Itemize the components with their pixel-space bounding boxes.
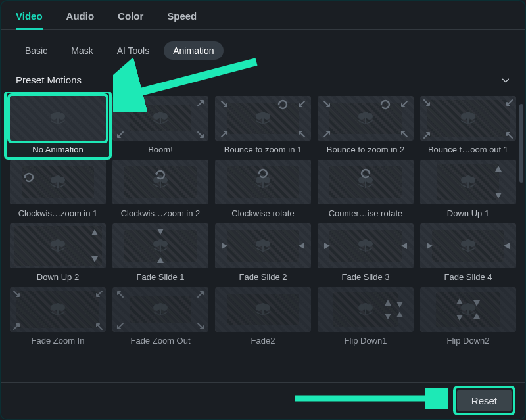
preset-label: Counter…ise rotate [329,208,403,218]
preset-thumbnail [10,96,106,141]
preset-fade-slide-1[interactable]: Fade Slide 1 [112,223,209,282]
preset-thumbnail [215,223,311,268]
preset-bounce-to-zoom-in-2[interactable]: Bounce to zoom in 2 [317,96,414,154]
preset-thumbnail [215,96,311,141]
svg-point-46 [161,241,168,247]
svg-rect-23 [57,181,59,188]
svg-point-18 [469,113,475,120]
preset-clockwis-zoom-in-2[interactable]: Clockwis…zoom in 2 [112,160,209,218]
sub-tab-bar: Basic Mask AI Tools Animation [1,30,525,66]
svg-point-6 [161,113,168,120]
svg-rect-31 [262,181,264,188]
preset-flip-down1[interactable]: Flip Down1 [317,287,414,346]
svg-point-73 [358,304,365,311]
preset-thumbnail [420,287,516,332]
svg-point-9 [256,113,262,120]
section-header[interactable]: Preset Motions [1,68,525,92]
svg-rect-7 [160,118,161,124]
scrollbar-thumb[interactable] [519,104,523,183]
preset-clockwise-rotate[interactable]: Clockwise rotate [214,160,312,218]
top-tab-color[interactable]: Color [118,11,143,22]
top-tab-speed[interactable]: Speed [167,11,197,22]
svg-point-41 [51,241,57,247]
preset-fade-slide-3[interactable]: Fade Slide 3 [317,223,414,282]
preset-down-up-2[interactable]: Down Up 2 [9,223,107,282]
preset-counter-ise-rotate[interactable]: Counter…ise rotate [317,160,414,218]
svg-point-69 [256,304,262,311]
preset-label: Fade Slide 4 [444,272,492,282]
svg-point-66 [161,304,168,311]
svg-point-13 [358,113,365,120]
preset-label: Clockwis…zoom in 2 [121,208,201,218]
svg-rect-3 [57,118,59,124]
svg-rect-11 [262,118,264,124]
svg-point-50 [264,241,270,247]
preset-thumbnail [420,96,516,141]
svg-point-38 [469,177,475,183]
preset-thumbnail [112,223,208,268]
svg-rect-59 [467,245,469,252]
preset-label: Boom! [148,145,173,154]
svg-rect-43 [57,245,59,252]
svg-rect-39 [467,181,469,188]
preset-thumbnail [10,287,106,332]
preset-label: Fade Slide 3 [342,272,390,282]
preset-boom[interactable]: Boom! [112,96,209,154]
svg-point-14 [366,113,373,120]
svg-point-49 [256,241,262,247]
preset-fade-slide-2[interactable]: Fade Slide 2 [214,223,312,282]
preset-bounce-t-oom-out-1[interactable]: Bounce t…oom out 1 [419,96,517,154]
preset-thumbnail [318,160,414,204]
sub-tab-ai-tools[interactable]: AI Tools [108,41,159,60]
sub-tab-mask[interactable]: Mask [62,41,102,60]
svg-rect-75 [365,309,366,315]
preset-label: Bounce to zoom in 1 [224,145,302,154]
preset-clockwis-zoom-in-1[interactable]: Clockwis…zoom in 1 [9,160,107,218]
svg-point-42 [59,241,65,247]
preset-label: Clockwis…zoom in 1 [18,208,98,218]
preset-fade-slide-4[interactable]: Fade Slide 4 [419,223,517,282]
svg-point-74 [366,304,373,311]
preset-label: Flip Down1 [344,336,387,346]
preset-fade2[interactable]: Fade2 [214,287,312,346]
svg-point-21 [51,177,57,183]
preset-label: Down Up 1 [447,208,489,218]
preset-down-up-1[interactable]: Down Up 1 [419,160,517,218]
svg-point-70 [264,304,270,311]
preset-label: Flip Down2 [446,336,489,346]
preset-label: Fade Slide 1 [137,272,185,282]
svg-rect-67 [160,309,161,315]
sub-tab-animation[interactable]: Animation [164,41,223,60]
top-tab-audio[interactable]: Audio [66,11,95,22]
preset-no-animation[interactable]: No Animation [7,93,109,157]
svg-point-57 [461,241,467,247]
preset-label: Fade2 [251,336,275,346]
reset-button[interactable]: Reset [457,390,512,411]
svg-point-54 [366,241,373,247]
preset-grid: No Animation Boom! Bounce to zoom in 1 [9,96,517,346]
preset-label: Down Up 2 [37,272,79,282]
svg-rect-35 [365,181,366,188]
preset-fade-zoom-out[interactable]: Fade Zoom Out [112,287,209,346]
svg-point-45 [153,241,160,247]
preset-flip-down2[interactable]: Flip Down2 [419,287,517,346]
preset-label: Fade Zoom Out [130,336,190,346]
footer-bar: Reset [1,382,525,419]
preset-bounce-to-zoom-in-1[interactable]: Bounce to zoom in 1 [214,96,312,154]
preset-thumbnail [318,287,414,332]
preset-thumbnail [112,96,208,141]
preset-fade-zoom-in[interactable]: Fade Zoom In [9,287,107,346]
preset-label: Fade Slide 2 [239,272,287,282]
svg-point-2 [59,113,65,120]
preset-thumbnail [215,160,311,204]
svg-rect-63 [57,309,59,315]
svg-point-62 [59,304,65,311]
sub-tab-basic[interactable]: Basic [16,41,57,60]
svg-rect-15 [365,118,366,124]
top-tab-video[interactable]: Video [16,11,43,30]
section-title: Preset Motions [16,74,82,85]
preset-label: No Animation [32,145,83,154]
preset-label: Bounce t…oom out 1 [428,145,508,154]
svg-rect-47 [160,245,161,252]
chevron-down-icon [501,76,510,85]
